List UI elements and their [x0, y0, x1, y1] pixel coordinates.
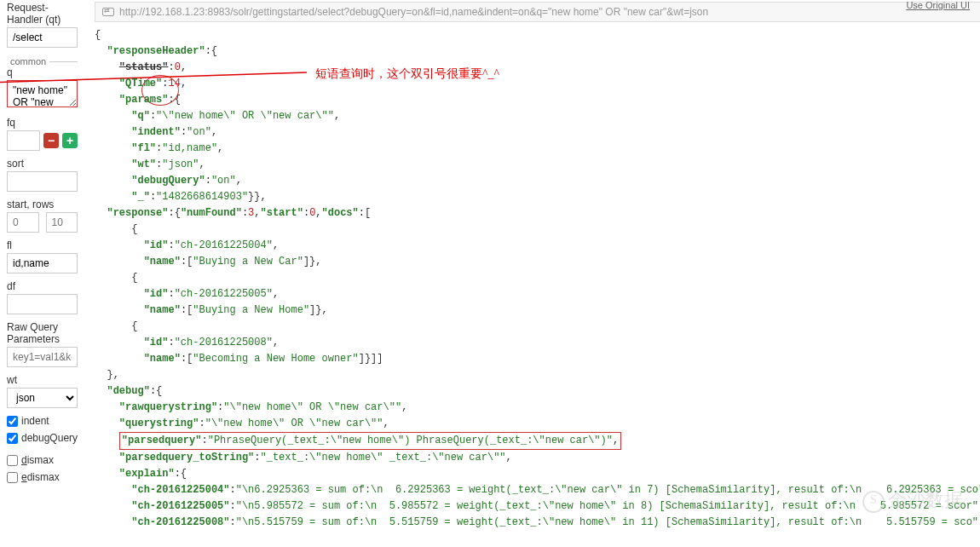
original-ui-link[interactable]: Use Original UI [906, 0, 970, 10]
indent-checkbox-row[interactable]: indent [7, 415, 78, 427]
q-input[interactable]: "new home" OR "new car" [7, 80, 78, 107]
start-rows-label: start, rows [7, 199, 78, 210]
remove-fq-button[interactable]: − [43, 133, 59, 148]
df-label: df [7, 280, 78, 292]
request-handler-label: Request-Handler (qt) [7, 2, 78, 26]
query-form: Request-Handler (qt) common q "new home"… [7, 2, 88, 545]
add-fq-button[interactable]: + [62, 133, 78, 148]
json-response: { "responseHeader":{ "status":0, "QTime"… [95, 27, 980, 531]
sort-label: sort [7, 158, 78, 170]
dismax-checkbox-row[interactable]: dismax [7, 454, 78, 466]
fq-label: fq [7, 117, 78, 129]
fl-input[interactable] [7, 253, 78, 274]
debugquery-checkbox[interactable] [7, 433, 18, 444]
wt-select[interactable]: json [7, 388, 78, 408]
edismax-checkbox-row[interactable]: edismax [7, 471, 78, 483]
url-bar[interactable]: http://192.168.1.23:8983/solr/gettingsta… [95, 2, 980, 22]
sort-input[interactable] [7, 171, 78, 192]
link-icon [102, 8, 114, 16]
edismax-checkbox[interactable] [7, 472, 18, 483]
fq-input[interactable] [7, 130, 40, 151]
url-text: http://192.168.1.23:8983/solr/gettingsta… [119, 6, 708, 18]
start-input[interactable] [7, 212, 39, 233]
rows-input[interactable] [46, 212, 78, 233]
common-legend: common [7, 56, 49, 66]
request-handler-input[interactable] [7, 27, 78, 48]
indent-checkbox[interactable] [7, 416, 18, 427]
raw-query-label: Raw Query Parameters [7, 321, 78, 345]
dismax-checkbox[interactable] [7, 455, 18, 466]
raw-query-input[interactable] [7, 347, 78, 367]
wt-label: wt [7, 374, 78, 386]
q-label: q [7, 66, 78, 78]
df-input[interactable] [7, 294, 78, 314]
debugquery-checkbox-row[interactable]: debugQuery [7, 432, 78, 444]
response-panel: http://192.168.1.23:8983/solr/gettingsta… [88, 2, 980, 545]
fl-label: fl [7, 239, 78, 251]
